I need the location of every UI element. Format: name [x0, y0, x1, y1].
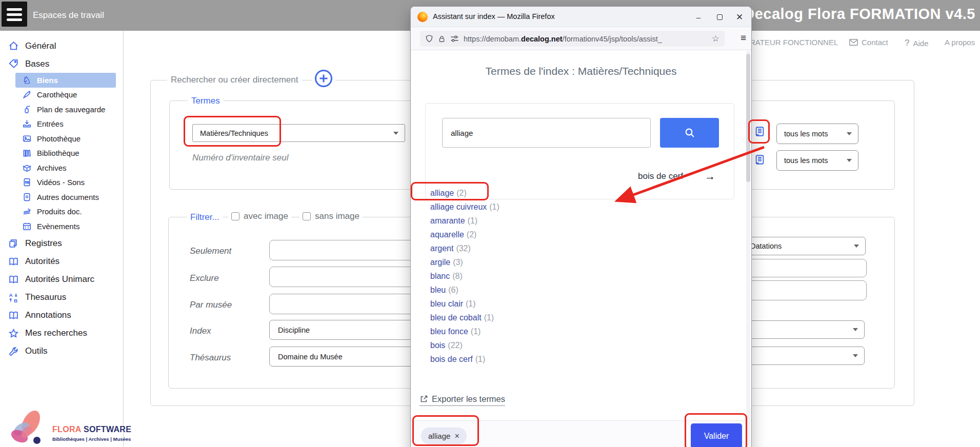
term-search-button[interactable]	[660, 118, 719, 148]
sidebar-item-videos-sons[interactable]: Vidéos - Sons	[15, 175, 116, 190]
index-type-select[interactable]: Matières/Techniques	[192, 124, 405, 142]
popup-titlebar[interactable]: Assistant sur index — Mozilla Firefox – …	[411, 7, 751, 27]
sidebar-item-entrees[interactable]: Entrées	[15, 117, 116, 132]
wrench-icon	[7, 346, 19, 357]
calendar-icon	[22, 221, 32, 231]
term-row: amarante(1)	[430, 214, 499, 228]
sidebar-item-outils[interactable]: Outils	[0, 342, 123, 360]
arrow-right-icon[interactable]: →	[705, 170, 715, 182]
chevron-down-icon	[853, 354, 858, 357]
sidebar: Général Bases ♘ Biens Carothèque Plan de…	[0, 31, 124, 447]
maximize-button[interactable]	[712, 11, 727, 23]
sidebar-item-plan-sauvegarde[interactable]: Plan de sauvegarde	[15, 102, 116, 117]
word-mode-select-1[interactable]: tous les mots	[776, 124, 858, 144]
assistant-popup-window: Assistant sur index — Mozilla Firefox – …	[410, 6, 752, 447]
svg-text:B: B	[14, 297, 17, 302]
exclure-label: Exclure	[190, 273, 219, 283]
sidebar-item-bibliotheque[interactable]: Bibliothèque	[15, 146, 116, 161]
close-button[interactable]: ✕	[732, 11, 747, 23]
archive-box-icon	[22, 163, 32, 173]
sans-image-option: sans image	[299, 211, 363, 221]
valider-button[interactable]: Valider	[691, 423, 742, 447]
right-select-1[interactable]	[743, 320, 865, 339]
sidebar-item-autorites-unimarc[interactable]: Autorités Unimarc	[0, 271, 123, 289]
envelope-icon	[849, 39, 858, 46]
avec-image-checkbox[interactable]	[231, 212, 239, 220]
index-label: Index	[190, 326, 211, 336]
export-icon	[419, 395, 428, 403]
sidebar-item-general[interactable]: Général	[0, 37, 123, 55]
shield-icon	[425, 34, 433, 43]
workspace-title: Espaces de travail	[33, 10, 104, 21]
user-role-text: RATEUR FONCTIONNEL	[750, 38, 838, 47]
open-book-icon	[7, 274, 19, 285]
sidebar-item-phototheque[interactable]: Photothèque	[15, 131, 116, 146]
seulement-label: Seulement	[190, 246, 231, 256]
add-create-button[interactable]	[312, 69, 335, 90]
search-create-legend: Rechercher ou créer directement	[167, 75, 302, 85]
right-select-2[interactable]	[743, 347, 865, 365]
open-book-icon	[7, 256, 19, 267]
inbox-download-icon	[22, 119, 32, 129]
chevron-down-icon	[847, 132, 852, 135]
datations-select[interactable]: Datations	[743, 237, 866, 255]
sidebar-item-annotations[interactable]: Annotations	[0, 307, 123, 324]
sidebar-item-produits-doc[interactable]: Produits doc.	[15, 205, 116, 219]
photo-icon	[22, 134, 32, 144]
app-title: Decalog Flora FORMATION v4.5	[744, 6, 975, 23]
aide-link[interactable]: ? Aide	[905, 38, 929, 48]
term-list: alliage(2) alliage cuivreux(1) amarante(…	[430, 186, 499, 366]
flora-logo-butterfly	[4, 410, 48, 447]
term-row: bleu(6)	[430, 283, 499, 297]
suggestion-term[interactable]: bois de cerf	[638, 171, 683, 181]
url-field[interactable]: https://demobam.decalog.net/formationv45…	[420, 31, 725, 47]
sidebar-item-autres-documents[interactable]: Autres documents	[15, 190, 116, 205]
tag-icon	[7, 58, 19, 69]
video-file-icon	[22, 177, 32, 187]
chevron-down-icon	[854, 245, 859, 248]
word-mode-select-2[interactable]: tous les mots	[776, 150, 858, 171]
popup-scrollbar[interactable]	[746, 51, 750, 447]
term-row: bleu de cobalt(1)	[430, 311, 499, 324]
par-musee-label: Par musée	[190, 300, 232, 310]
sidebar-item-registres[interactable]: Registres	[0, 235, 123, 253]
sidebar-item-biens[interactable]: ♘ Biens	[15, 73, 116, 88]
sidebar-item-archives[interactable]: Archives	[15, 160, 116, 175]
sidebar-item-autorites[interactable]: Autorités	[0, 253, 123, 271]
hamburger-menu-button[interactable]	[2, 2, 27, 27]
lock-icon	[438, 35, 446, 43]
apropos-link[interactable]: A propos	[945, 38, 975, 47]
datations-input-1[interactable]	[743, 259, 867, 277]
index-assistant-button-1[interactable]	[754, 126, 766, 139]
sans-image-checkbox[interactable]	[303, 212, 311, 220]
screen: Espaces de travail Decalog Flora FORMATI…	[0, 0, 980, 447]
minimize-button[interactable]: –	[691, 11, 706, 23]
contact-link[interactable]: Contact	[849, 38, 888, 47]
sidebar-item-thesaurus[interactable]: AB Thesaurus	[0, 289, 123, 307]
export-terms-link[interactable]: Exporter les termes	[419, 394, 505, 406]
popup-urlbar: https://demobam.decalog.net/formationv45…	[411, 27, 751, 50]
datations-input-2[interactable]	[743, 280, 867, 300]
bookmark-star-icon[interactable]: ☆	[712, 33, 719, 44]
firefox-menu-icon[interactable]: ≡	[741, 32, 746, 44]
search-icon	[684, 127, 695, 138]
term-row: bois de cerf(1)	[430, 352, 499, 366]
term-row: alliage cuivreux(1)	[430, 200, 499, 214]
selected-term-chip[interactable]: alliage ×	[421, 428, 467, 444]
popup-bottombar: alliage × Valider	[411, 421, 751, 447]
sidebar-item-bases[interactable]: Bases	[0, 55, 123, 73]
sidebar-item-carotheque[interactable]: Carothèque	[15, 88, 116, 103]
sidebar-item-evenements[interactable]: Evènements	[15, 219, 116, 234]
question-icon: ?	[905, 38, 909, 48]
remove-chip-icon[interactable]: ×	[454, 432, 459, 441]
statue-icon: ♘	[22, 75, 32, 85]
sidebar-item-mes-recherches[interactable]: Mes recherches	[0, 324, 123, 342]
open-book-icon	[7, 310, 19, 321]
home-icon	[7, 40, 19, 51]
term-row: argile(3)	[430, 255, 499, 269]
term-search-panel: bois de cerf →	[425, 103, 734, 199]
term-row: alliage(2)	[430, 186, 499, 200]
term-row: bleu clair(1)	[430, 297, 499, 311]
term-search-input[interactable]	[442, 118, 651, 148]
index-assistant-button-2[interactable]	[754, 154, 766, 168]
